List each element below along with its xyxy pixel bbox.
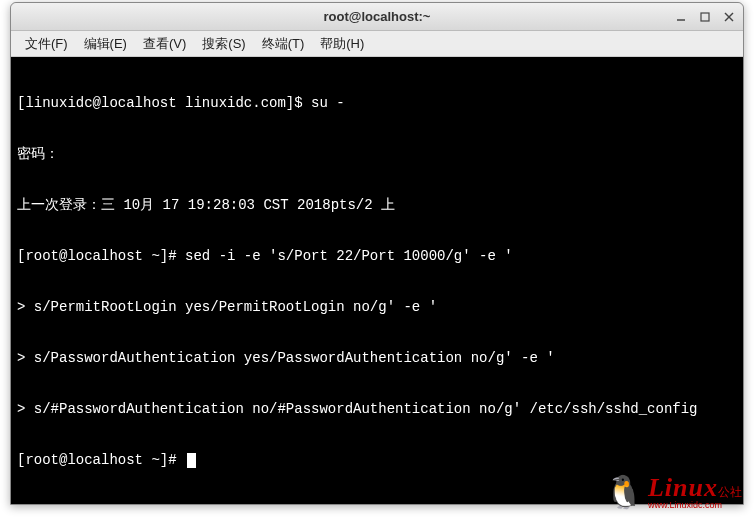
terminal-line: > s/#PasswordAuthentication no/#Password… <box>17 401 737 418</box>
terminal-window: root@localhost:~ 文件(F) 编辑(E) 查看(V) 搜索(S)… <box>10 2 744 505</box>
maximize-button[interactable] <box>697 9 713 25</box>
terminal-line: 密码： <box>17 146 737 163</box>
terminal-line: 上一次登录：三 10月 17 19:28:03 CST 2018pts/2 上 <box>17 197 737 214</box>
svg-rect-1 <box>701 13 709 21</box>
titlebar[interactable]: root@localhost:~ <box>11 3 743 31</box>
window-title: root@localhost:~ <box>324 9 431 24</box>
terminal-line: > s/PasswordAuthentication yes/PasswordA… <box>17 350 737 367</box>
logo-suffix: 公社 <box>718 485 742 499</box>
logo-text: Linux <box>648 473 718 502</box>
window-controls <box>673 9 737 25</box>
terminal-line: > s/PermitRootLogin yes/PermitRootLogin … <box>17 299 737 316</box>
close-button[interactable] <box>721 9 737 25</box>
cursor <box>187 453 196 468</box>
terminal-output[interactable]: [linuxidc@localhost linuxidc.com]$ su - … <box>11 57 743 504</box>
menu-help[interactable]: 帮助(H) <box>312 32 372 56</box>
minimize-button[interactable] <box>673 9 689 25</box>
watermark-text: Linux公社 www.Linuxidc.com <box>648 475 742 510</box>
menu-edit[interactable]: 编辑(E) <box>76 32 135 56</box>
tux-icon: 🐧 <box>604 473 644 511</box>
terminal-prompt: [root@localhost ~]# <box>17 452 737 469</box>
terminal-line: [linuxidc@localhost linuxidc.com]$ su - <box>17 95 737 112</box>
terminal-line: [root@localhost ~]# sed -i -e 's/Port 22… <box>17 248 737 265</box>
menu-view[interactable]: 查看(V) <box>135 32 194 56</box>
watermark: 🐧 Linux公社 www.Linuxidc.com <box>604 473 742 511</box>
menubar: 文件(F) 编辑(E) 查看(V) 搜索(S) 终端(T) 帮助(H) <box>11 31 743 57</box>
menu-file[interactable]: 文件(F) <box>17 32 76 56</box>
menu-terminal[interactable]: 终端(T) <box>254 32 313 56</box>
logo-url: www.Linuxidc.com <box>648 501 742 510</box>
prompt-text: [root@localhost ~]# <box>17 452 185 468</box>
menu-search[interactable]: 搜索(S) <box>194 32 253 56</box>
